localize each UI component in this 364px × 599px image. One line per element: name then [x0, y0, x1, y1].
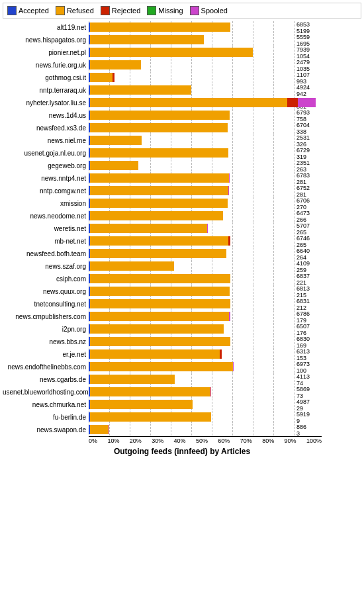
gridline: [273, 185, 274, 197]
bar-refused: [90, 412, 211, 422]
table-row: er.je.net6313153: [3, 348, 361, 360]
bar-rejected: [113, 73, 114, 82]
gridline: [294, 185, 295, 197]
bar-refused: [90, 211, 223, 220]
row-label: news.1d4.us: [3, 112, 89, 119]
gridline: [232, 134, 233, 146]
gridline: [232, 411, 233, 423]
bar-area: 4109259: [89, 260, 361, 272]
row-label: news.swapon.de: [3, 426, 89, 434]
gridline: [232, 84, 233, 96]
bar-area: 6507176: [89, 323, 361, 335]
table-row: news.furie.org.uk24791035: [3, 59, 361, 71]
bar-wrap: [89, 425, 109, 434]
bar-wrap: [89, 224, 208, 233]
bar-refused: [90, 261, 174, 271]
gridline: [294, 122, 295, 134]
gridline: [253, 222, 253, 234]
gridline: [273, 386, 274, 398]
spooled-color-box: [190, 6, 199, 15]
bar-wrap: [89, 324, 224, 334]
bar-refused: [90, 23, 230, 32]
table-row: news.niel.me2531326: [3, 134, 361, 146]
gridline: [294, 424, 295, 436]
bar-spooled: [233, 362, 234, 371]
gridline: [273, 273, 274, 285]
row-label: alt119.net: [3, 24, 89, 31]
row-label: news.bbs.nz: [3, 338, 89, 346]
bar-area: 6973100: [89, 361, 361, 373]
bar-area: 6813215: [89, 285, 361, 297]
gridline: [273, 298, 274, 310]
row-label: news.niel.me: [3, 137, 89, 144]
gridline: [253, 172, 253, 184]
bar-values: 4109259: [296, 260, 310, 274]
gridline: [232, 248, 233, 259]
gridline: [171, 160, 171, 171]
row-label: er.je.net: [3, 351, 89, 358]
bar-wrap: [89, 211, 223, 220]
bar-area: 1107993: [89, 71, 361, 83]
gridline: [130, 424, 130, 436]
gridline: [232, 336, 233, 347]
gridline: [232, 172, 233, 184]
table-row: i2pn.org6507176: [3, 323, 361, 335]
gridline: [212, 134, 212, 146]
bar-wrap: [89, 173, 230, 183]
gridline: [253, 411, 253, 423]
bar-refused: [90, 148, 228, 158]
bar-area: 79391054: [89, 46, 361, 58]
bar-area: 59199: [89, 411, 361, 423]
bar-area: 4924942: [89, 84, 361, 96]
bar-area: 6729319: [89, 147, 361, 159]
gridline: [191, 373, 192, 385]
bar-values: 6973100: [296, 361, 310, 375]
refused-color-box: [56, 6, 65, 15]
table-row: nntp.comgw.net6752281: [3, 185, 361, 197]
gridline: [253, 336, 253, 347]
bar-values: 6640264: [296, 248, 310, 261]
bar-values: 6837221: [296, 273, 310, 287]
bar-wrap: [89, 48, 253, 57]
gridline: [294, 34, 295, 46]
bar-area: 55591695: [89, 34, 361, 46]
table-row: nyheter.lysator.liu.se9627861: [3, 97, 361, 109]
table-row: usenet.goja.nl.eu.org6729319: [3, 147, 361, 159]
bar-wrap: [89, 123, 228, 132]
bar-refused: [90, 186, 228, 195]
gridline: [294, 160, 295, 171]
bar-rejected: [228, 236, 230, 246]
gridline: [150, 134, 151, 146]
table-row: gegeweb.org2351263: [3, 160, 361, 171]
bar-values: 6813215: [296, 285, 310, 299]
gridline: [232, 160, 233, 171]
gridline: [294, 21, 295, 33]
gridline: [232, 197, 233, 209]
gridline: [171, 134, 171, 146]
gridline: [191, 84, 192, 96]
bar-refused: [90, 111, 230, 120]
legend-spooled: Spooled: [190, 6, 228, 15]
bar-values: 5707265: [296, 222, 310, 236]
bar-area: 6746265: [89, 235, 361, 247]
gridline: [294, 134, 295, 146]
gridline: [212, 84, 212, 96]
bar-refused: [90, 173, 229, 183]
bar-values: 6473266: [296, 210, 310, 224]
gridline: [232, 147, 233, 159]
gridline: [232, 398, 233, 410]
gridline: [273, 398, 274, 410]
gridline: [150, 71, 151, 83]
table-row: newsfeed.xs3.de6704338: [3, 122, 361, 134]
bar-values: 411374: [296, 373, 310, 387]
bar-area: 411374: [89, 373, 361, 385]
gridline: [109, 424, 110, 436]
bar-area: 24791035: [89, 59, 361, 71]
legend-accepted: Accepted: [7, 6, 49, 15]
bar-wrap: [89, 85, 191, 95]
bar-refused: [90, 349, 220, 359]
bar-area: 6640264: [89, 248, 361, 259]
row-label: news.endofthelinebbs.com: [3, 363, 89, 371]
gridline: [273, 134, 274, 146]
gridline: [232, 285, 233, 297]
